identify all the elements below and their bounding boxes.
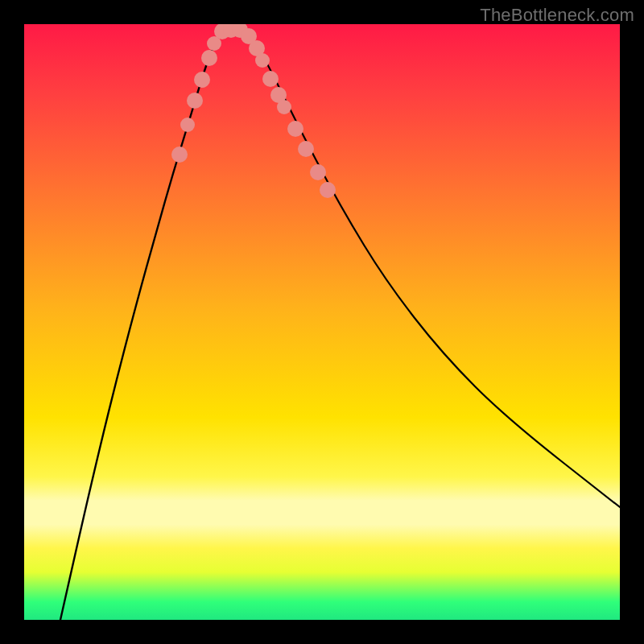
plot-area: [24, 24, 620, 620]
marker-dot: [187, 93, 203, 109]
curve-left-branch: [60, 32, 221, 620]
marker-dot: [262, 71, 279, 87]
watermark-text: TheBottleneck.com: [480, 5, 634, 26]
marker-dots: [171, 24, 336, 198]
marker-dot: [287, 121, 303, 137]
marker-dot: [171, 147, 188, 163]
marker-dot: [310, 164, 326, 180]
chart-frame: TheBottleneck.com: [0, 0, 644, 644]
marker-dot: [320, 182, 336, 198]
bottleneck-curve: [60, 32, 620, 620]
curve-layer: [24, 24, 620, 620]
marker-dot: [298, 141, 314, 157]
marker-dot: [255, 53, 270, 68]
marker-dot: [194, 72, 210, 88]
marker-dot: [277, 100, 291, 114]
marker-dot: [201, 50, 217, 66]
marker-dot: [180, 118, 195, 132]
curve-right-branch: [246, 32, 620, 507]
